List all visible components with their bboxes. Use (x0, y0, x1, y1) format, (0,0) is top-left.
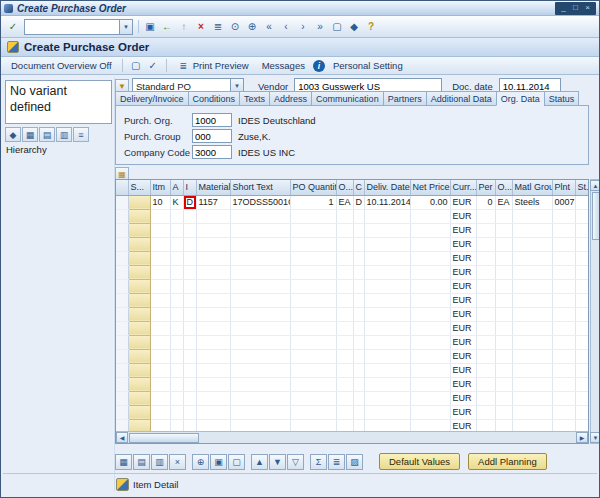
scroll-up-icon[interactable]: ▲ (590, 180, 600, 191)
grid-column-header[interactable]: S... (128, 180, 150, 195)
cell-deliv-date[interactable] (364, 307, 410, 321)
material-data-icon[interactable]: ▥ (151, 454, 168, 470)
held-documents-icon[interactable]: ▥ (56, 127, 72, 142)
layout-icon[interactable]: ▨ (346, 454, 363, 470)
cell-order-unit[interactable] (336, 265, 353, 279)
tab[interactable]: Address (269, 91, 311, 106)
row-selector[interactable] (128, 223, 150, 237)
cell-per[interactable] (476, 223, 495, 237)
exit-icon[interactable]: ↑ (176, 19, 192, 35)
row-icon-cell[interactable] (116, 293, 128, 307)
cell-deliv-date[interactable] (364, 363, 410, 377)
layout-grid-icon[interactable]: ▦ (22, 127, 38, 142)
cell-date-category[interactable] (353, 349, 364, 363)
cell-currency[interactable]: EUR (450, 377, 476, 391)
cell-per[interactable] (476, 391, 495, 405)
cell-order-price-unit[interactable]: EA (495, 195, 512, 209)
row-selector[interactable] (128, 279, 150, 293)
cell-material[interactable] (196, 405, 230, 419)
cell-date-category[interactable] (353, 251, 364, 265)
cell-per[interactable] (476, 237, 495, 251)
cell-currency[interactable]: EUR (450, 321, 476, 335)
cell-order-unit[interactable] (336, 391, 353, 405)
cell-plant[interactable] (552, 307, 575, 321)
cell-material[interactable] (196, 335, 230, 349)
cell-po-quantity[interactable] (290, 405, 336, 419)
cell-item-category[interactable] (183, 293, 196, 307)
cell-net-price[interactable] (410, 363, 450, 377)
cell-acct-assignment[interactable] (170, 405, 183, 419)
find-icon[interactable]: ⊙ (227, 19, 243, 35)
minimize-icon[interactable]: _ (559, 3, 568, 13)
cell-order-price-unit[interactable] (495, 391, 512, 405)
cell-plant[interactable] (552, 237, 575, 251)
cell-acct-assignment[interactable] (170, 223, 183, 237)
cell-item-category[interactable] (183, 265, 196, 279)
cell-short-text[interactable] (230, 293, 290, 307)
cell-matl-group[interactable] (512, 279, 552, 293)
cell-po-quantity[interactable] (290, 223, 336, 237)
cell-matl-group[interactable] (512, 237, 552, 251)
cell-item-category[interactable] (183, 349, 196, 363)
default-values-button[interactable]: Default Values (379, 453, 460, 470)
grid-column-header[interactable]: Curr... (450, 180, 476, 195)
cell-matl-group[interactable] (512, 223, 552, 237)
cell-matl-group[interactable] (512, 251, 552, 265)
print-preview-button[interactable]: ≣ Print Preview (172, 57, 254, 74)
org-field-input[interactable] (192, 129, 232, 143)
row-icon-cell[interactable] (116, 209, 128, 223)
cell-date-category[interactable] (353, 377, 364, 391)
cell-currency[interactable]: EUR (450, 279, 476, 293)
copy-item-icon[interactable]: ⊕ (192, 454, 209, 470)
cell-item-category[interactable] (183, 335, 196, 349)
cell-stor-location[interactable] (575, 363, 589, 377)
cell-currency[interactable]: EUR (450, 265, 476, 279)
cell-currency[interactable]: EUR (450, 251, 476, 265)
cell-short-text[interactable] (230, 321, 290, 335)
cell-acct-assignment[interactable] (170, 363, 183, 377)
row-selector[interactable] (128, 391, 150, 405)
cell-itm[interactable] (150, 293, 170, 307)
horizontal-scroll-thumb[interactable] (129, 433, 199, 443)
cell-order-price-unit[interactable] (495, 237, 512, 251)
cell-item-category[interactable] (183, 307, 196, 321)
cell-short-text[interactable] (230, 251, 290, 265)
cell-acct-assignment[interactable] (170, 335, 183, 349)
cell-stor-location[interactable] (575, 405, 589, 419)
cell-item-category[interactable] (183, 223, 196, 237)
cell-item-category[interactable] (183, 251, 196, 265)
cell-order-price-unit[interactable] (495, 223, 512, 237)
cell-po-quantity[interactable] (290, 251, 336, 265)
cell-date-category[interactable] (353, 335, 364, 349)
cell-deliv-date[interactable] (364, 293, 410, 307)
row-selector[interactable] (128, 377, 150, 391)
row-selector[interactable] (128, 209, 150, 223)
cell-deliv-date[interactable] (364, 335, 410, 349)
select-all-icon[interactable]: ▣ (210, 454, 227, 470)
cell-acct-assignment[interactable] (170, 377, 183, 391)
cell-po-quantity[interactable] (290, 279, 336, 293)
cell-material[interactable] (196, 279, 230, 293)
grid-column-header[interactable]: Plnt (552, 180, 575, 195)
cell-matl-group[interactable] (512, 321, 552, 335)
cell-order-price-unit[interactable] (495, 321, 512, 335)
back-icon[interactable]: ← (159, 19, 175, 35)
cell-net-price[interactable] (410, 349, 450, 363)
cell-material[interactable] (196, 391, 230, 405)
cell-net-price[interactable] (410, 321, 450, 335)
cell-acct-assignment[interactable] (170, 279, 183, 293)
info-icon[interactable]: i (313, 60, 325, 72)
documents-icon[interactable]: ▤ (39, 127, 55, 142)
cell-deliv-date[interactable] (364, 223, 410, 237)
cell-itm[interactable] (150, 307, 170, 321)
row-selector[interactable] (128, 363, 150, 377)
cell-plant[interactable] (552, 391, 575, 405)
cell-short-text[interactable] (230, 363, 290, 377)
cell-date-category[interactable] (353, 279, 364, 293)
cell-short-text[interactable]: 17ODSS5001C-184M - te... (230, 195, 290, 209)
cell-plant[interactable] (552, 363, 575, 377)
grid-column-header[interactable]: St... (575, 180, 589, 195)
row-selector[interactable] (128, 265, 150, 279)
cell-plant[interactable] (552, 335, 575, 349)
cell-po-quantity[interactable] (290, 209, 336, 223)
